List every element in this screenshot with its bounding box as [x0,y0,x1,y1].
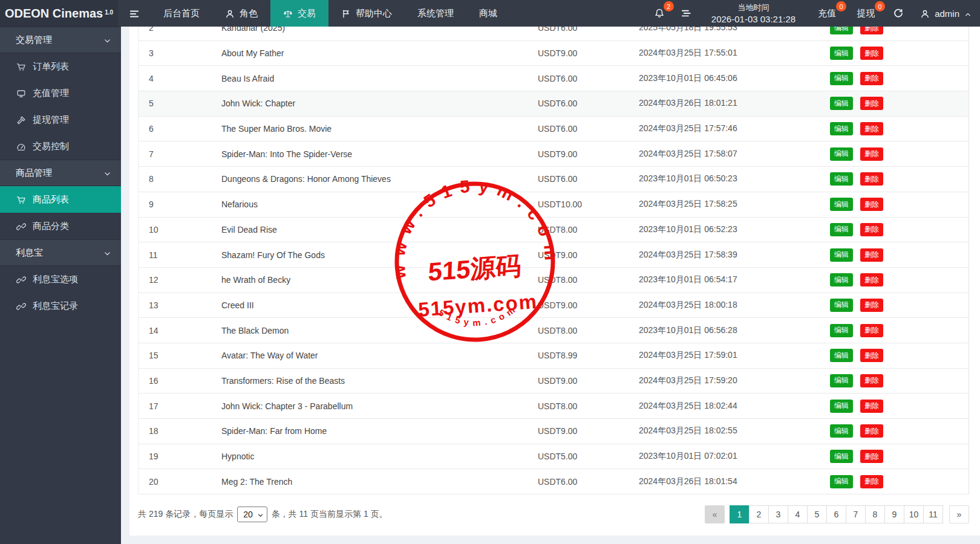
edit-button[interactable]: 编辑 [830,147,853,161]
delete-button[interactable]: 删除 [860,273,883,287]
delete-button[interactable]: 删除 [860,198,883,211]
delete-button[interactable]: 删除 [860,299,883,312]
table-footer: 共 219 条记录，每页显示 20 条，共 11 页当前显示第 1 页。 «12… [138,504,969,525]
delete-button[interactable]: 删除 [860,223,883,236]
delete-button[interactable]: 删除 [860,400,883,413]
delete-button[interactable]: 删除 [860,147,883,161]
row-actions: 编辑删除 [830,475,969,488]
pagination-page-6[interactable]: 6 [826,505,846,523]
edit-button[interactable]: 编辑 [830,223,853,236]
product-name: Hypnotic [221,452,538,461]
chevron-down-icon [103,248,111,258]
delete-button[interactable]: 删除 [860,47,883,60]
delete-button[interactable]: 删除 [860,248,883,262]
sidebar-item-product-category[interactable]: 商品分类 [0,213,121,239]
refresh-icon [893,8,904,19]
notifications-button[interactable]: 2 [646,0,673,27]
pagination-page-5[interactable]: 5 [807,505,827,523]
edit-button[interactable]: 编辑 [830,47,853,60]
delete-button[interactable]: 删除 [860,172,883,186]
refresh-button[interactable] [885,0,912,27]
edit-button[interactable]: 编辑 [830,273,853,287]
sidebar-item-interest-options[interactable]: 利息宝选项 [0,266,121,293]
pagination-next[interactable]: » [949,505,969,523]
sidebar-item-label: 提现管理 [33,114,69,126]
sidebar-toggle-button[interactable] [118,0,151,27]
delete-button[interactable]: 删除 [860,27,883,34]
edit-button[interactable]: 编辑 [830,475,853,488]
table-wrap: 2Kandahar (2025)USDT6.002025年05月18日 19:5… [138,27,969,495]
pagination-prev[interactable]: « [705,505,725,523]
pagination-page-11[interactable]: 11 [923,505,943,523]
edit-button[interactable]: 编辑 [830,374,853,387]
sidebar-item-withdraw-manage[interactable]: 提现管理 [0,106,121,133]
sidebar-item-recharge-manage[interactable]: 充值管理 [0,80,121,106]
delete-button[interactable]: 删除 [860,424,883,438]
edit-button[interactable]: 编辑 [830,324,853,337]
table-row: 2Kandahar (2025)USDT6.002025年05月18日 19:5… [139,27,969,41]
page-size-select[interactable]: 20 [237,507,267,522]
edit-button[interactable]: 编辑 [830,122,853,135]
pagination-page-8[interactable]: 8 [865,505,885,523]
delete-button[interactable]: 删除 [860,475,883,488]
pagination-page-10[interactable]: 10 [904,505,924,523]
sidebar-item-order-list[interactable]: 订单列表 [0,53,121,80]
pagination-page-7[interactable]: 7 [846,505,866,523]
sidebar-item-product-list[interactable]: 商品列表 [0,186,121,213]
task-list-button[interactable] [673,0,699,27]
row-actions: 编辑删除 [830,248,969,262]
delete-button[interactable]: 删除 [860,450,883,463]
delete-button[interactable]: 删除 [860,97,883,110]
edit-button[interactable]: 编辑 [830,198,853,211]
table-row: 15Avatar: The Way of WaterUSDT8.992024年0… [139,343,969,369]
sidebar-group-label: 交易管理 [16,34,52,46]
nav-tab-trade[interactable]: 交易 [270,0,328,27]
withdraw-link[interactable]: 提现 0 [846,0,885,27]
sidebar-group-trade-manage[interactable]: 交易管理 [0,27,121,53]
sidebar-item-interest-records[interactable]: 利息宝记录 [0,293,121,319]
delete-button[interactable]: 删除 [860,72,883,85]
nav-tab-mall[interactable]: 商城 [466,0,510,27]
sidebar-group-interest-treasure[interactable]: 利息宝 [0,239,121,266]
nav-tab-roles[interactable]: 角色 [212,0,270,27]
edit-button[interactable]: 编辑 [830,424,853,438]
delete-button[interactable]: 删除 [860,374,883,387]
table-row: 13Creed IIIUSDT9.002024年03月25日 18:00:18编… [139,293,969,319]
pagination-page-9[interactable]: 9 [884,505,904,523]
pagination-page-2[interactable]: 2 [749,505,769,523]
nav-tab-help[interactable]: 帮助中心 [328,0,405,27]
edit-button[interactable]: 编辑 [830,248,853,262]
delete-button[interactable]: 删除 [860,324,883,337]
edit-button[interactable]: 编辑 [830,299,853,312]
row-index: 12 [139,275,221,285]
edit-button[interactable]: 编辑 [830,27,853,34]
edit-button[interactable]: 编辑 [830,400,853,413]
hamburger-icon [129,8,140,19]
sidebar-group-product-manage[interactable]: 商品管理 [0,160,121,186]
nav-tab-system[interactable]: 系统管理 [405,0,466,27]
row-actions: 编辑删除 [830,97,969,110]
edit-button[interactable]: 编辑 [830,72,853,85]
pagination-page-1[interactable]: 1 [730,505,750,523]
row-actions: 编辑删除 [830,273,969,287]
recharge-link[interactable]: 充值 0 [808,0,846,27]
sidebar-item-trade-control[interactable]: 交易控制 [0,133,121,160]
edit-button[interactable]: 编辑 [830,172,853,186]
row-index: 6 [139,124,221,134]
edit-button[interactable]: 编辑 [830,349,853,362]
edit-button[interactable]: 编辑 [830,97,853,110]
product-price: USDT9.00 [538,250,639,260]
list-icon [681,8,691,19]
table-row: 12he Wrath of BeckyUSDT8.002023年10月01日 0… [139,268,969,293]
row-actions: 编辑删除 [830,450,969,463]
delete-button[interactable]: 删除 [860,349,883,362]
pagination-page-3[interactable]: 3 [768,505,788,523]
product-price: USDT6.00 [538,477,639,487]
user-menu[interactable]: admin [912,8,975,19]
edit-button[interactable]: 编辑 [830,450,853,463]
table-row: 3About My FatherUSDT9.002024年03月25日 17:5… [139,41,969,66]
nav-tab-dashboard[interactable]: 后台首页 [151,0,212,27]
delete-button[interactable]: 删除 [860,122,883,135]
content-card: 2Kandahar (2025)USDT6.002025年05月18日 19:5… [129,27,980,536]
pagination-page-4[interactable]: 4 [788,505,808,523]
